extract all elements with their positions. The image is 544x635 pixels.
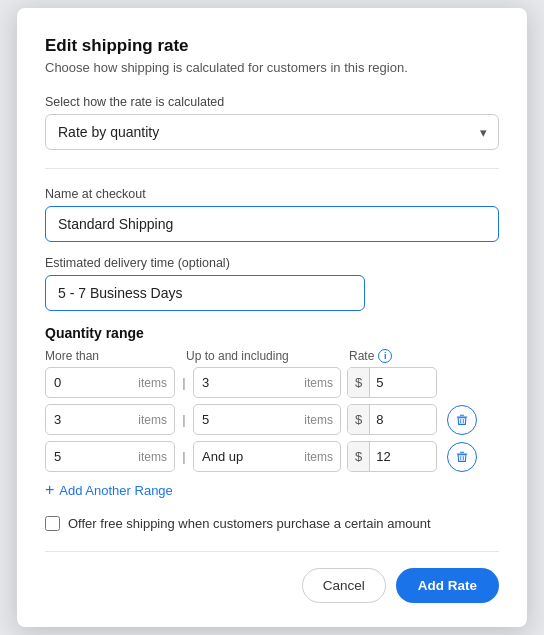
rate-select-wrapper: Rate by quantity Rate by weight Rate by … xyxy=(45,114,499,150)
header-more-than: More than xyxy=(45,349,180,363)
rate-input-2[interactable] xyxy=(370,405,425,434)
modal-title: Edit shipping rate xyxy=(45,36,499,56)
up-to-wrap-2: items xyxy=(193,404,341,435)
rate-wrap-2: $ xyxy=(347,404,437,435)
edit-shipping-modal: Edit shipping rate Choose how shipping i… xyxy=(17,8,527,627)
separator-1: | xyxy=(181,375,187,390)
up-to-wrap-3: items xyxy=(193,441,341,472)
footer-actions: Cancel Add Rate xyxy=(45,568,499,603)
separator-3: | xyxy=(181,449,187,464)
plus-icon: + xyxy=(45,482,54,498)
more-than-wrap-1: items xyxy=(45,367,175,398)
name-input[interactable] xyxy=(45,206,499,242)
quantity-range-title: Quantity range xyxy=(45,325,499,341)
svg-rect-5 xyxy=(460,451,464,452)
range-row: items | items $ xyxy=(45,367,499,398)
more-than-input-1[interactable] xyxy=(45,367,175,398)
rate-wrap-1: $ xyxy=(347,367,437,398)
free-shipping-row: Offer free shipping when customers purch… xyxy=(45,516,499,531)
free-shipping-label: Offer free shipping when customers purch… xyxy=(68,516,431,531)
add-range-label: Add Another Range xyxy=(59,483,172,498)
up-to-input-1[interactable] xyxy=(193,367,341,398)
rate-input-3[interactable] xyxy=(370,442,425,471)
footer-divider xyxy=(45,551,499,552)
range-table-header: More than Up to and including Rate i xyxy=(45,349,499,363)
modal-subtitle: Choose how shipping is calculated for cu… xyxy=(45,60,499,75)
trash-icon xyxy=(455,413,469,427)
currency-symbol-3: $ xyxy=(348,442,370,471)
name-label: Name at checkout xyxy=(45,187,499,201)
free-shipping-checkbox[interactable] xyxy=(45,516,60,531)
more-than-input-2[interactable] xyxy=(45,404,175,435)
delivery-input[interactable] xyxy=(45,275,365,311)
rate-select[interactable]: Rate by quantity Rate by weight Rate by … xyxy=(45,114,499,150)
add-rate-button[interactable]: Add Rate xyxy=(396,568,499,603)
rate-wrap-3: $ xyxy=(347,441,437,472)
currency-symbol-1: $ xyxy=(348,368,370,397)
trash-icon xyxy=(455,450,469,464)
more-than-wrap-3: items xyxy=(45,441,175,472)
select-label: Select how the rate is calculated xyxy=(45,95,499,109)
more-than-input-3[interactable] xyxy=(45,441,175,472)
up-to-input-2[interactable] xyxy=(193,404,341,435)
delete-row-2-button[interactable] xyxy=(447,405,477,435)
rate-input-1[interactable] xyxy=(370,368,425,397)
cancel-button[interactable]: Cancel xyxy=(302,568,386,603)
delete-row-3-button[interactable] xyxy=(447,442,477,472)
rate-calculation-field: Select how the rate is calculated Rate b… xyxy=(45,95,499,150)
separator-2: | xyxy=(181,412,187,427)
up-to-input-3[interactable] xyxy=(193,441,341,472)
more-than-wrap-2: items xyxy=(45,404,175,435)
range-row: items | items $ xyxy=(45,404,499,435)
rate-info-icon[interactable]: i xyxy=(378,349,392,363)
header-up-to: Up to and including xyxy=(186,349,341,363)
modal-wrapper: Edit shipping rate Choose how shipping i… xyxy=(0,0,544,635)
svg-rect-1 xyxy=(460,414,464,415)
add-another-range-button[interactable]: + Add Another Range xyxy=(45,478,173,502)
name-checkout-field: Name at checkout xyxy=(45,187,499,242)
range-row: items | items $ xyxy=(45,441,499,472)
up-to-wrap-1: items xyxy=(193,367,341,398)
divider-1 xyxy=(45,168,499,169)
currency-symbol-2: $ xyxy=(348,405,370,434)
header-rate: Rate i xyxy=(349,349,392,363)
delivery-time-field: Estimated delivery time (optional) xyxy=(45,256,499,311)
delivery-label: Estimated delivery time (optional) xyxy=(45,256,499,270)
